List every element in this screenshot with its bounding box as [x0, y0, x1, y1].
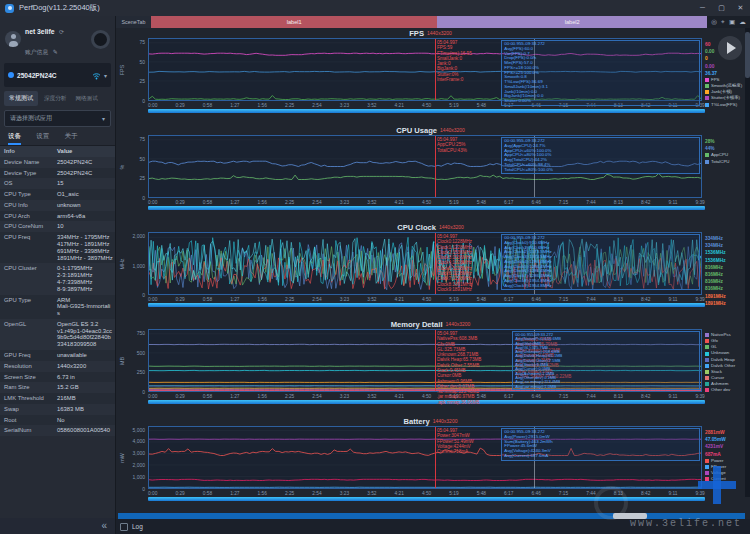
chart-cpu-clock: CPU Clock1440x3200MHz2,0001,000005:04.99…: [116, 222, 745, 319]
mode-tabs: 常规测试深度分析网络测试: [0, 89, 115, 108]
table-row: Resolution1440x3200: [0, 361, 115, 372]
watermark: www.3elife.net: [630, 518, 742, 529]
main-area: SceneTab label1 label2 ◎⌖▣☁ FPS1440x3200…: [115, 16, 750, 534]
chart-annotation: 1440x3200: [446, 321, 471, 327]
location-pin-icon[interactable]: ⌖: [721, 18, 725, 26]
app-select-placeholder: 请选择测试应用: [10, 114, 52, 123]
cursor-line[interactable]: [435, 427, 436, 488]
chart-cpu-usage: CPU Usage1440x3200%755025005:04.997 AppC…: [116, 125, 745, 222]
current-value: 1536MHz: [705, 257, 745, 264]
collapse-sidebar-button[interactable]: «: [101, 521, 107, 531]
scene-bar: SceneTab label1 label2 ◎⌖▣☁: [116, 16, 750, 28]
crosshair-plus-icon: [698, 466, 736, 504]
table-row: Swap16383 MB: [0, 404, 115, 415]
current-value: 687mA: [705, 451, 745, 458]
scene-label-1-text: label1: [287, 19, 302, 25]
sidebar: net 3elife ⟳ 账户信息 ✎ 25042PN24C ▾ 常规测试深度分…: [0, 16, 115, 534]
device-name: 25042PN24C: [17, 72, 57, 79]
current-value: 816MHz: [705, 285, 745, 292]
mode-tab-3[interactable]: 网络测试: [72, 93, 100, 105]
table-row: GPU TypeARM Mali-G925-Immortalis: [0, 295, 115, 319]
sub-tab-3[interactable]: 关于: [64, 132, 77, 145]
table-row: OS15: [0, 178, 115, 189]
chart-title: Memory Detail: [391, 320, 443, 329]
current-value: 2881mW: [705, 429, 745, 436]
cursor-line[interactable]: [435, 330, 436, 391]
user-card: net 3elife ⟳ 账户信息 ✎: [0, 16, 115, 61]
legend-item[interactable]: TotalCPU: [705, 159, 745, 165]
chart-plot[interactable]: 05:04.997 Clock0:1228MHz Clock1:1228MHz …: [148, 232, 702, 295]
edit-account-icon[interactable]: ✎: [53, 49, 58, 55]
chart-plot[interactable]: 05:04.997 NativePss:608.3MB Gfx:0MB GL:3…: [148, 329, 702, 392]
folder-icon[interactable]: ▣: [729, 18, 735, 26]
legend-item[interactable]: T%Low(FPS): [705, 102, 745, 108]
current-value: 816MHz: [705, 278, 745, 285]
legend-swatch: [705, 333, 709, 337]
close-button[interactable]: ✕: [731, 0, 750, 16]
cursor-line[interactable]: [435, 136, 436, 197]
x-axis-ticks: 0:000:290:581:271:562:252:543:233:524:21…: [148, 198, 705, 206]
chart-annotation: 1440x3200: [427, 30, 452, 36]
y-axis-label: MB: [116, 329, 127, 392]
sub-tab-2[interactable]: 设置: [36, 132, 49, 145]
scene-label-2[interactable]: label2: [437, 16, 707, 28]
play-button[interactable]: [718, 36, 742, 60]
chart-title: FPS: [409, 29, 424, 38]
sub-tabs: 设备设置关于: [0, 130, 115, 146]
scene-label-2-text: label2: [565, 19, 580, 25]
chart-title: CPU Usage: [396, 126, 437, 135]
table-row: CPU Infounknown: [0, 200, 115, 211]
sub-tab-1[interactable]: 设备: [8, 132, 21, 145]
table-row: CPU Cluster0-1:1795MHz 2-3:1891MHz 4-7:3…: [0, 263, 115, 294]
current-value: 816MHz: [705, 264, 745, 271]
chart-right-column: NativePssGfxGLUnknownDalvik HeapDalvik O…: [702, 329, 745, 392]
app-select-dropdown[interactable]: 请选择测试应用 ▾: [4, 110, 111, 127]
table-row: CPU CoreNum10: [0, 221, 115, 232]
device-selector[interactable]: 25042PN24C ▾: [4, 63, 111, 87]
chart-pan-strip[interactable]: [148, 206, 705, 210]
cloud-icon[interactable]: ☁: [739, 18, 746, 26]
vertical-scrollbar[interactable]: [745, 28, 750, 497]
record-button[interactable]: [91, 30, 110, 49]
chart-pan-strip[interactable]: [148, 400, 705, 404]
legend-swatch: [705, 153, 709, 157]
scene-tab-button[interactable]: SceneTab: [116, 16, 151, 28]
charts-area: FPS1440x3200FPS755025005:04.997 FPS:59 F…: [116, 28, 745, 513]
cursor-tooltip: 05:04.997 FPS:59 FTime(ms):16.95 SmallJa…: [437, 40, 472, 82]
current-value: 1891MHz: [705, 300, 745, 307]
scene-label-1[interactable]: label1: [151, 16, 437, 28]
minimize-button[interactable]: ─: [693, 0, 712, 16]
app-logo-icon: [5, 4, 14, 13]
mode-tab-2[interactable]: 深度分析: [41, 93, 69, 105]
chart-plot[interactable]: 05:04.997 Power:3047mW FPower:51.49mW Vo…: [148, 426, 702, 489]
table-row: Screen Size6.73 in: [0, 372, 115, 383]
chart-title: Battery: [404, 417, 430, 426]
log-checkbox-icon[interactable]: [120, 523, 128, 531]
table-row: Device Type25042PN24C: [0, 168, 115, 179]
scrollbar-thumb[interactable]: [745, 32, 750, 78]
table-row: Device Name25042PN24C: [0, 157, 115, 168]
cursor-line[interactable]: [435, 233, 436, 294]
current-value: 36.37: [705, 70, 745, 77]
chart-annotation: 1440x3200: [440, 127, 465, 133]
chart-annotation: 1440x3200: [439, 224, 464, 230]
legend-item[interactable]: Other dev: [705, 387, 745, 393]
table-row: GPU Frequnavailable: [0, 350, 115, 361]
chart-plot[interactable]: 05:04.997 AppCPU:25% TotalCPU:43%00:00.9…: [148, 135, 702, 198]
chart-pan-strip[interactable]: [148, 303, 705, 307]
chart-right-column: 334MHz334MHz1536MHz1536MHz816MHz816MHz81…: [702, 232, 745, 295]
cursor-line[interactable]: [435, 39, 436, 100]
maximize-button[interactable]: ▢: [712, 0, 731, 16]
table-row: RootNo: [0, 415, 115, 426]
legend-swatch: [705, 358, 709, 362]
refresh-icon[interactable]: ⟳: [59, 29, 64, 35]
chart-pan-strip[interactable]: [148, 109, 705, 113]
mode-tab-1[interactable]: 常规测试: [4, 91, 38, 106]
chart-plot[interactable]: 05:04.997 FPS:59 FTime(ms):16.95 SmallJa…: [148, 38, 702, 101]
record-icon[interactable]: ◎: [711, 18, 717, 26]
account-info-link[interactable]: 账户信息: [25, 49, 48, 55]
legend-swatch: [705, 84, 709, 88]
y-axis-label: mW: [116, 426, 127, 489]
log-label: Log: [132, 523, 143, 530]
chart-memory-detail: Memory Detail1440x3200MB750500250005:04.…: [116, 319, 745, 416]
